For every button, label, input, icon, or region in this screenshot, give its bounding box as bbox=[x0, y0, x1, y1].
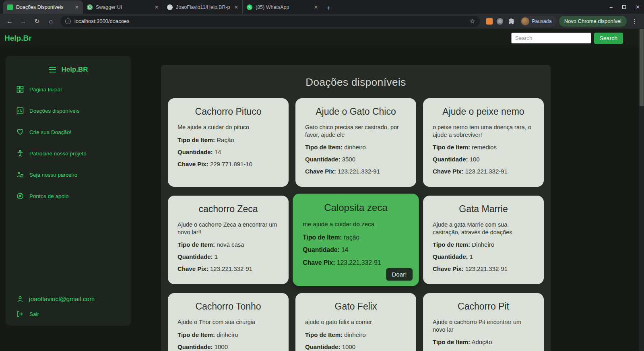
donation-card[interactable]: Cachorro Pituco Me ajude a cuidar do pit… bbox=[168, 98, 289, 187]
card-description: ajude o gato felix a comer bbox=[305, 318, 407, 326]
page-title: Doações disponíveis bbox=[168, 76, 544, 89]
profile-avatar bbox=[521, 17, 529, 25]
donation-card-highlighted[interactable]: Calopsita zeca me ajude a cuidar do zeca… bbox=[293, 194, 419, 286]
sidebar-menu: Página Inicial Doações disponíveis Crie … bbox=[6, 86, 131, 214]
new-tab-button[interactable]: + bbox=[322, 4, 336, 14]
card-title: Gato Felix bbox=[305, 301, 407, 312]
card-pix-key: Chave Pix: 123.221.332-91 bbox=[433, 265, 534, 272]
forward-button[interactable]: → bbox=[18, 16, 29, 27]
search-input[interactable] bbox=[511, 33, 591, 43]
card-pix-key: Chave Pix: 123.221.332-91 bbox=[433, 168, 534, 175]
bookmark-star-icon[interactable]: ☆ bbox=[470, 18, 475, 25]
donation-card[interactable]: Ajude o Gato Chico Gato chico precisa se… bbox=[295, 98, 416, 187]
tab-title: Doações Disponíveis bbox=[16, 4, 71, 10]
donation-card[interactable]: Ajude o peixe nemo o peixe nemo tem uma … bbox=[423, 98, 544, 187]
site-logo[interactable]: Help.Br bbox=[4, 34, 32, 43]
scrollbar-thumb[interactable] bbox=[640, 29, 644, 106]
logout-label: Sair bbox=[29, 311, 39, 317]
circle-extension-icon[interactable] bbox=[497, 18, 503, 25]
tab-swagger[interactable]: Swagger UI ✕ bbox=[83, 0, 163, 14]
tab-github-repo[interactable]: JoaoFlavio11/Help.BR-proj... ✕ bbox=[163, 0, 242, 14]
tab-close-icon[interactable]: ✕ bbox=[154, 4, 159, 10]
card-title: Cachorro Tonho bbox=[178, 301, 279, 312]
tab-title: Swagger UI bbox=[96, 4, 151, 10]
browser-menu-icon[interactable]: ⋮ bbox=[629, 18, 640, 25]
hamburger-menu-icon[interactable] bbox=[48, 66, 56, 73]
sidebar-item-label: Doações disponíveis bbox=[29, 108, 80, 114]
card-pix-key: Chave Pix: 229.771.891-10 bbox=[178, 161, 279, 167]
user-email-label: joaoflaviocl@gmail.com bbox=[29, 295, 95, 303]
card-description: me ajude a cuidar do zeca bbox=[303, 220, 409, 228]
minimize-button[interactable]: – bbox=[610, 4, 613, 10]
profile-chip[interactable]: Pausada bbox=[520, 16, 556, 27]
sidebar-item-crie-sua-doacao[interactable]: Crie sua Doação! bbox=[17, 128, 131, 136]
donation-card[interactable]: cachorro Zeca Ajude o cachorro Zeca a en… bbox=[168, 196, 289, 284]
sidebar-item-patrocine[interactable]: Patrocine nosso projeto bbox=[17, 150, 131, 157]
card-item-type: Tipo de Item: dinheiro bbox=[305, 331, 407, 338]
card-item-type: Tipo de Item: dinheiro bbox=[305, 144, 407, 151]
tab-strip: Doações Disponíveis ✕ Swagger UI ✕ JoaoF… bbox=[0, 0, 644, 14]
page-scrollbar[interactable] bbox=[639, 28, 644, 351]
sidebar-item-pagina-inicial[interactable]: Página Inicial bbox=[17, 86, 131, 93]
card-description: Ajude a gata Marrie com sua castração, a… bbox=[433, 221, 534, 236]
card-title: Gata Marrie bbox=[433, 204, 534, 215]
close-window-button[interactable]: ✕ bbox=[636, 4, 640, 10]
tab-close-icon[interactable]: ✕ bbox=[233, 4, 239, 10]
sidebar-item-label: Patrocine nosso projeto bbox=[29, 151, 87, 157]
maximize-button[interactable] bbox=[622, 5, 626, 9]
card-description: Ajude o Thor com sua cirurgia bbox=[178, 318, 279, 326]
logout-button[interactable]: Sair bbox=[17, 310, 131, 318]
browser-window: Doações Disponíveis ✕ Swagger UI ✕ JoaoF… bbox=[0, 0, 644, 351]
search-area: Search bbox=[511, 33, 623, 44]
donations-panel: Doações disponíveis Cachorro Pituco Me a… bbox=[161, 65, 551, 351]
reload-button[interactable]: ↻ bbox=[31, 16, 43, 27]
url-text: localhost:3000/doacoes bbox=[74, 18, 130, 24]
page-content: Help.BR Página Inicial Doações disponíve… bbox=[0, 47, 644, 351]
card-item-type: Tipo de Item: remedios bbox=[433, 144, 534, 151]
address-bar[interactable]: i localhost:3000/doacoes ☆ bbox=[60, 16, 480, 27]
card-title: Cachorro Pit bbox=[433, 301, 534, 312]
card-title: Ajude o peixe nemo bbox=[433, 106, 534, 117]
tab-close-icon[interactable]: ✕ bbox=[313, 4, 319, 10]
card-quantity: Quantidade: 1 bbox=[178, 253, 279, 260]
donation-card[interactable]: Gata Marrie Ajude a gata Marrie com sua … bbox=[423, 196, 544, 284]
card-item-type: Tipo de Item: nova casa bbox=[178, 241, 279, 248]
sidebar-item-pontos-de-apoio[interactable]: Pontos de apoio bbox=[17, 192, 131, 200]
tab-close-icon[interactable]: ✕ bbox=[74, 4, 80, 10]
tab-whatsapp[interactable]: (85) WhatsApp ✕ bbox=[242, 0, 322, 14]
extensions-puzzle-icon[interactable] bbox=[507, 17, 515, 25]
browser-toolbar: ← → ↻ ⌂ i localhost:3000/doacoes ☆ Pausa… bbox=[0, 14, 644, 29]
card-description: Me ajude a cuidar do pituco bbox=[178, 124, 279, 131]
donate-button[interactable]: Doar! bbox=[386, 268, 413, 281]
donations-chart-icon bbox=[17, 107, 24, 114]
back-button[interactable]: ← bbox=[4, 16, 15, 27]
sidebar-title: Help.BR bbox=[61, 66, 88, 74]
sidebar-item-seja-parceiro[interactable]: Seja nosso parceiro bbox=[17, 171, 131, 178]
tab-doacoes[interactable]: Doações Disponíveis ✕ bbox=[3, 0, 83, 14]
orange-extension-icon[interactable] bbox=[486, 18, 493, 25]
sidebar-header: Help.BR bbox=[6, 66, 131, 74]
sidebar-item-label: Página Inicial bbox=[29, 87, 62, 93]
site-info-icon[interactable]: i bbox=[65, 19, 71, 24]
card-quantity: Quantidade: 1 bbox=[433, 253, 534, 260]
grid-icon bbox=[17, 86, 24, 93]
sidebar-item-doacoes-disponiveis[interactable]: Doações disponíveis bbox=[17, 107, 131, 114]
donation-card[interactable]: Cachorro Tonho Ajude o Thor com sua ciru… bbox=[168, 293, 289, 351]
card-pix-key: Chave Pix: 123.221.332-91 bbox=[303, 259, 409, 266]
sidebar-footer: joaoflaviocl@gmail.com Sair bbox=[6, 295, 131, 318]
chrome-update-button[interactable]: Novo Chrome disponível bbox=[559, 16, 627, 27]
search-button[interactable]: Search bbox=[594, 33, 623, 44]
card-item-type: Tipo de Item: Adoção bbox=[433, 339, 534, 345]
donation-card[interactable]: Gato Felix ajude o gato felix a comer Ti… bbox=[295, 293, 416, 351]
home-button[interactable]: ⌂ bbox=[45, 16, 56, 27]
card-description: o peixe nemo tem uma doença rara, o ajud… bbox=[433, 124, 534, 138]
card-description: Ajude o cachorro Zeca a encontrar um nov… bbox=[178, 221, 279, 236]
donation-card[interactable]: Cachorro Pit Ajude o cachorro Pit encont… bbox=[423, 293, 544, 351]
sidebar-item-label: Pontos de apoio bbox=[29, 193, 69, 199]
card-description: Gato chico precisa ser castrado, por fav… bbox=[305, 124, 407, 138]
card-quantity: Quantidade: 14 bbox=[303, 246, 409, 253]
partner-icon bbox=[17, 171, 24, 178]
card-item-type: Tipo de Item: Dinheiro bbox=[433, 241, 534, 248]
card-item-type: Tipo de Item: dinheiro bbox=[178, 331, 279, 338]
user-email[interactable]: joaoflaviocl@gmail.com bbox=[17, 295, 131, 303]
